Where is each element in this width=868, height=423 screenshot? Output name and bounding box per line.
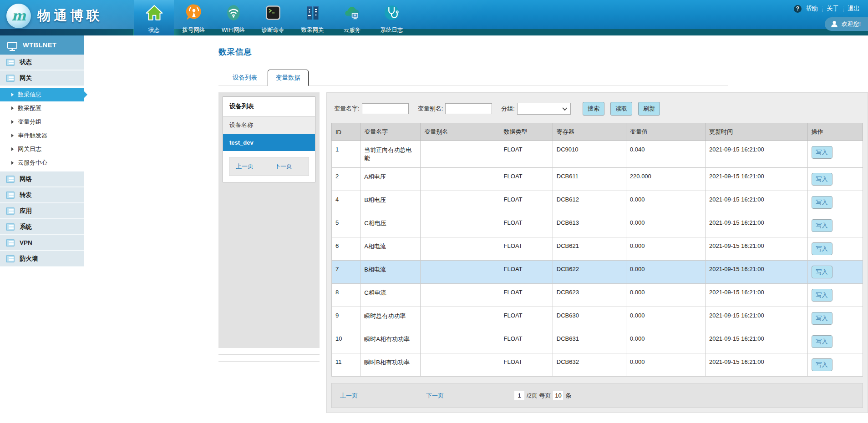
cell-id: 5 — [332, 214, 360, 237]
logout-link[interactable]: 退出 — [848, 5, 860, 13]
device-pagination: 上一页 下一页 — [229, 157, 309, 176]
sidebar-title: WTBLNET — [23, 41, 56, 49]
cell-value: 0.000 — [626, 237, 705, 261]
nav-item-label: 诊断命令 — [262, 26, 284, 35]
sidebar-item-forwarding[interactable]: 转发 — [0, 187, 84, 203]
sidebar-subitem-data-collection-config[interactable]: 数采配置 — [0, 101, 84, 115]
unit-text: 条 — [565, 392, 571, 400]
group-select[interactable] — [517, 103, 571, 115]
sidebar-subitem-variable-group[interactable]: 变量分组 — [0, 115, 84, 129]
cell-type: FLOAT — [500, 141, 553, 168]
device-prev-page-link[interactable]: 上一页 — [236, 162, 254, 171]
page-number-input[interactable] — [514, 391, 524, 400]
sidebar-item-network[interactable]: 网络 — [0, 171, 84, 187]
sidebar-item-firewall[interactable]: 防火墙 — [0, 251, 84, 267]
device-panel-title: 设备列表 — [223, 97, 315, 116]
sidebar-item-application[interactable]: 应用 — [0, 203, 84, 219]
read-button[interactable]: 读取 — [610, 102, 632, 116]
write-button[interactable]: 写入 — [812, 266, 832, 278]
prev-page-link[interactable]: 上一页 — [340, 392, 358, 400]
sidebar-item-label: 网关 — [20, 74, 32, 82]
table-row: 6A相电流FLOATDCB6210.0002021-09-15 16:21:00… — [332, 237, 863, 261]
cell-value: 0.000 — [626, 330, 705, 353]
cell-updated: 2021-09-15 16:21:00 — [706, 191, 807, 214]
sidebar-subitem-data-collection-info[interactable]: 数采信息 — [0, 88, 84, 101]
device-next-page-link[interactable]: 下一页 — [274, 162, 292, 171]
table-row: 7B相电流FLOATDCB6220.0002021-09-15 16:21:00… — [332, 261, 863, 284]
device-row-selected[interactable]: test_dev — [223, 134, 315, 151]
cell-name: B相电流 — [360, 261, 421, 284]
arrow-right-icon — [11, 147, 14, 151]
sidebar-item-system[interactable]: 系统 — [0, 219, 84, 235]
next-page-link[interactable]: 下一页 — [426, 392, 444, 400]
sidebar-item-label: VPN — [20, 239, 32, 246]
home-icon — [145, 3, 163, 23]
sidebar-subitem-gateway-log[interactable]: 网关日志 — [0, 142, 84, 156]
nav-item-label: 云服务 — [344, 26, 361, 35]
nav-item-system-log[interactable]: 系统日志 — [372, 0, 411, 35]
about-link[interactable]: 关于 — [827, 5, 839, 13]
welcome-badge[interactable]: 欢迎您! — [825, 17, 868, 31]
refresh-button[interactable]: 刷新 — [638, 102, 660, 116]
cell-value: 0.000 — [626, 191, 705, 214]
page-size-input[interactable] — [553, 391, 563, 400]
sidebar-subitem-label: 数采信息 — [18, 91, 41, 99]
divider — [218, 361, 320, 362]
nav-item-label: 系统日志 — [381, 26, 403, 35]
cell-alias — [421, 191, 500, 214]
wifi-icon — [224, 3, 243, 23]
brand-name: 物通博联 — [37, 7, 103, 25]
variable-alias-input[interactable] — [445, 103, 492, 114]
sidebar-item-status[interactable]: 状态 — [0, 55, 84, 70]
write-button[interactable]: 写入 — [812, 173, 832, 186]
page-count-text: /2页 每页 — [527, 392, 551, 400]
monitor-icon — [7, 42, 17, 49]
group-label: 分组: — [501, 105, 515, 113]
cell-updated: 2021-09-15 16:21:00 — [706, 214, 807, 237]
sidebar-item-gateway[interactable]: 网关 — [0, 70, 84, 86]
sidebar-subitem-cloud-service-center[interactable]: 云服务中心 — [0, 156, 84, 170]
cell-value: 0.000 — [626, 261, 705, 284]
write-button[interactable]: 写入 — [812, 196, 832, 209]
write-button[interactable]: 写入 — [812, 335, 832, 348]
nav-item-status[interactable]: 状态 — [134, 0, 174, 35]
cell-name: A相电压 — [360, 168, 421, 191]
cell-updated: 2021-09-15 16:21:00 — [706, 353, 807, 377]
cell-updated: 2021-09-15 16:21:00 — [706, 307, 807, 330]
cell-name: B相电压 — [360, 191, 421, 214]
write-button[interactable]: 写入 — [812, 219, 832, 232]
list-icon — [6, 176, 15, 183]
cell-id: 1 — [332, 141, 360, 168]
nav-item-dialup-network[interactable]: 拨号网络 — [174, 0, 213, 35]
help-link[interactable]: 帮助 — [806, 5, 818, 13]
cell-alias — [421, 237, 500, 261]
table-row: 9瞬时总有功功率FLOATDCB6300.0002021-09-15 16:21… — [332, 307, 863, 330]
cell-alias — [421, 284, 500, 307]
tab-device-list[interactable]: 设备列表 — [225, 70, 265, 86]
brand-logo: m 物通博联 — [6, 4, 103, 28]
search-button[interactable]: 搜索 — [583, 102, 604, 116]
write-button[interactable]: 写入 — [812, 312, 832, 325]
nav-item-diagnostic-command[interactable]: 诊断命令 — [253, 0, 293, 35]
cell-actions: 写入 — [807, 168, 863, 191]
cell-alias — [421, 214, 500, 237]
sidebar-subitem-event-trigger[interactable]: 事件触发器 — [0, 129, 84, 142]
write-button[interactable]: 写入 — [812, 358, 832, 371]
cell-alias — [421, 141, 500, 168]
nav-item-wifi-network[interactable]: WIFI网络 — [213, 0, 253, 35]
cell-actions: 写入 — [807, 330, 863, 353]
write-button[interactable]: 写入 — [812, 289, 832, 302]
variable-name-input[interactable] — [362, 103, 409, 114]
nav-item-cloud-service[interactable]: 云服务 — [332, 0, 372, 35]
cell-value: 0.040 — [626, 141, 705, 168]
write-button[interactable]: 写入 — [812, 146, 832, 159]
cell-id: 2 — [332, 168, 360, 191]
write-button[interactable]: 写入 — [812, 242, 832, 255]
device-name-header: 设备名称 — [223, 116, 315, 134]
dialup-network-icon — [185, 3, 203, 23]
sidebar-item-vpn[interactable]: VPN — [0, 235, 84, 251]
cell-id: 7 — [332, 261, 360, 284]
tab-variable-data[interactable]: 变量数据 — [268, 70, 309, 86]
cell-actions: 写入 — [807, 214, 863, 237]
nav-item-data-gateway[interactable]: 数采网关 — [293, 0, 332, 35]
